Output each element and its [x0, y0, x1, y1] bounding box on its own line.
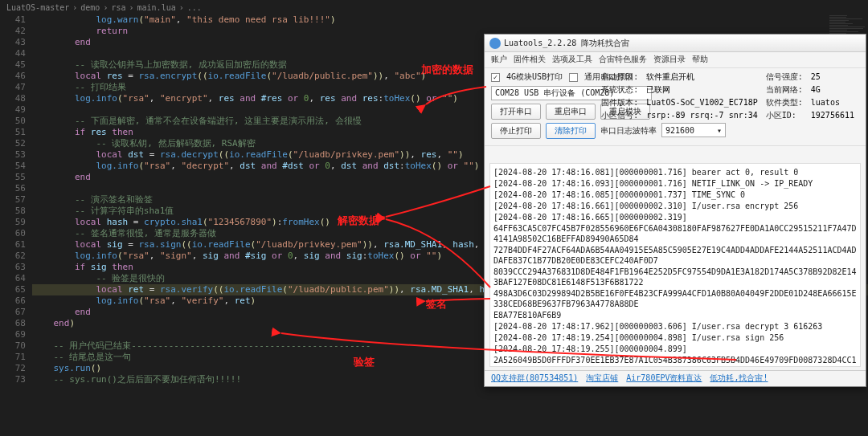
annotation-arrows — [0, 0, 868, 436]
